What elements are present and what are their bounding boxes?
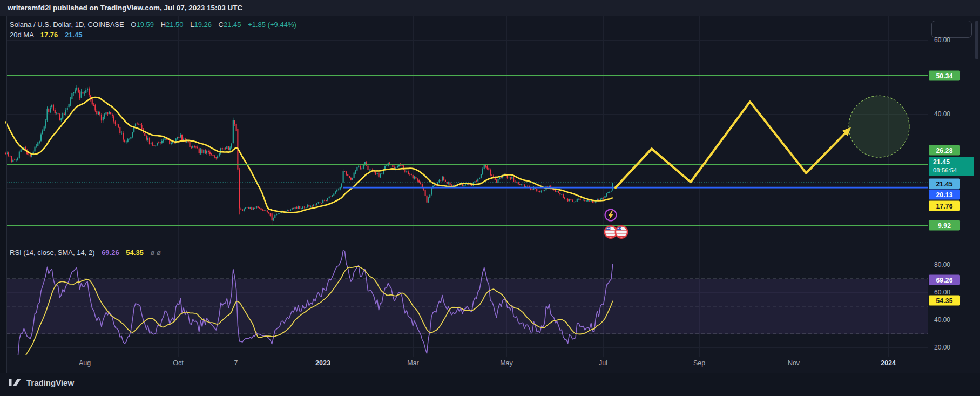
- flag-icon[interactable]: [616, 226, 627, 238]
- high-value: 21.50: [166, 21, 184, 29]
- symbol-legend: Solana / U.S. Dollar, 1D, COINBASE O19.5…: [10, 21, 296, 29]
- footer-strip: [0, 373, 980, 396]
- close-value: 21.45: [224, 21, 241, 29]
- time-tick-May: May: [500, 359, 513, 367]
- ma-legend: 20d MA 17.76 21.45: [10, 31, 82, 39]
- price-badge-26.28: 26.28: [929, 145, 960, 156]
- price-badge-21.45: 21.45: [929, 179, 960, 189]
- ma1-value: 17.76: [40, 31, 58, 39]
- rsi-value: 69.26: [102, 249, 119, 257]
- price-badge-69.26: 69.26: [929, 275, 960, 285]
- price-badge-20.13: 20.13: [929, 190, 960, 200]
- chart-toolbar-box: [931, 21, 972, 38]
- time-tick-2024: 2024: [881, 359, 896, 367]
- price-badge-9.92: 9.92: [929, 220, 960, 231]
- price-tick-40.00: 40.00: [934, 110, 950, 118]
- ma2-value: 21.45: [65, 31, 83, 39]
- low-value: 19.26: [194, 21, 212, 29]
- price-badge-50.34: 50.34: [929, 71, 960, 81]
- symbol-title[interactable]: Solana / U.S. Dollar, 1D, COINBASE: [10, 21, 124, 29]
- price-tick-20.00: 20.00: [934, 344, 950, 351]
- price-badge-17.76: 17.76: [929, 201, 960, 211]
- rsi-legend: RSI (14, close, SMA, 14, 2) 69.26 54.35 …: [10, 249, 161, 257]
- ma-label[interactable]: 20d MA: [10, 31, 33, 39]
- price-badge-21.45: 21.4508:56:54: [929, 157, 974, 176]
- left-margin: [0, 16, 6, 373]
- open-value: 19.59: [136, 21, 154, 29]
- target-zone-circle[interactable]: [849, 96, 909, 157]
- rsi-zero-flags: ø ø: [150, 249, 161, 257]
- price-tick-40.00: 40.00: [934, 316, 950, 324]
- time-tick-7: 7: [234, 359, 238, 367]
- ma20-line: [5, 97, 613, 213]
- time-tick-2023: 2023: [315, 359, 330, 367]
- time-tick-Aug: Aug: [79, 359, 91, 367]
- change-value: +1.85 (+9.44%): [248, 21, 296, 29]
- time-tick-Oct: Oct: [173, 359, 183, 367]
- price-badge-54.35: 54.35: [929, 296, 960, 306]
- time-tick-Mar: Mar: [407, 359, 419, 367]
- candlestick-series: [5, 85, 613, 225]
- chart-canvas[interactable]: [0, 0, 980, 396]
- footer: TradingView: [9, 378, 74, 387]
- time-tick-Nov: Nov: [788, 359, 800, 367]
- tradingview-logo-icon: [9, 378, 23, 387]
- bar-countdown: 08:56:54: [933, 166, 957, 174]
- projection-path[interactable]: [616, 102, 849, 187]
- time-tick-Jul: Jul: [599, 359, 607, 367]
- price-tick-80.00: 80.00: [934, 261, 950, 269]
- lightning-icon[interactable]: [605, 210, 617, 221]
- scale-scrollbar[interactable]: [975, 21, 978, 59]
- time-tick-Sep: Sep: [693, 359, 705, 367]
- tradingview-brand[interactable]: TradingView: [26, 378, 74, 387]
- rsi-title[interactable]: RSI (14, close, SMA, 14, 2): [10, 249, 95, 257]
- price-tick-60.00: 60.00: [934, 36, 950, 44]
- rsi-signal-value: 54.35: [126, 249, 144, 257]
- tradingview-published-chart: writersmfd2i published on TradingView.co…: [0, 0, 980, 396]
